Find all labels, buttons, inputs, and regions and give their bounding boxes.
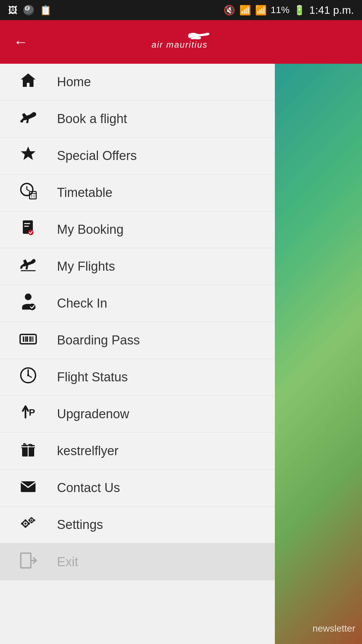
svg-point-17 bbox=[29, 304, 36, 310]
sidebar-item-timetable-label: Timetable bbox=[57, 185, 112, 200]
svg-rect-13 bbox=[24, 226, 29, 227]
special-offers-icon bbox=[16, 145, 40, 167]
wifi-icon: 📶 bbox=[239, 5, 251, 16]
logo-area: air mauritius bbox=[42, 30, 349, 54]
timetable-icon bbox=[16, 182, 40, 204]
sidebar-item-boarding-pass[interactable]: Boarding Pass bbox=[0, 322, 275, 359]
svg-point-16 bbox=[25, 293, 32, 300]
flight-status-icon bbox=[16, 367, 40, 388]
svg-line-4 bbox=[27, 190, 29, 191]
svg-text:P: P bbox=[29, 407, 35, 418]
sidebar-item-my-booking-label: My Booking bbox=[57, 222, 124, 237]
sidebar-item-home[interactable]: Home bbox=[0, 64, 275, 101]
sidebar-item-exit[interactable]: Exit bbox=[0, 543, 275, 580]
sidebar-item-book-flight-label: Book a flight bbox=[57, 112, 127, 126]
signal-icon: 📶 bbox=[255, 5, 267, 16]
svg-text:air mauritius: air mauritius bbox=[152, 40, 208, 50]
mute-icon: 🔇 bbox=[224, 5, 235, 16]
sidebar-item-contact-us[interactable]: Contact Us bbox=[0, 470, 275, 506]
svg-rect-5 bbox=[29, 192, 36, 199]
billiard-icon: 🎱 bbox=[23, 5, 35, 16]
svg-rect-41 bbox=[28, 523, 30, 525]
back-button[interactable]: ← bbox=[13, 34, 28, 50]
newsletter-label: newsletter bbox=[312, 623, 355, 634]
sidebar-item-special-offers-label: Special Offers bbox=[57, 149, 137, 163]
clipboard-icon: 📋 bbox=[40, 5, 52, 16]
svg-marker-1 bbox=[21, 147, 36, 160]
svg-rect-39 bbox=[24, 526, 26, 528]
status-bar-right: 🔇 📶 📶 11% 🔋 1:41 p.m. bbox=[224, 4, 354, 16]
svg-point-37 bbox=[24, 523, 26, 525]
status-bar: 🖼 🎱 📋 🔇 📶 📶 11% 🔋 1:41 p.m. bbox=[0, 0, 362, 20]
sidebar-item-my-booking[interactable]: My Booking bbox=[0, 211, 275, 248]
sidebar-item-settings[interactable]: Settings bbox=[0, 506, 275, 543]
sidebar-item-boarding-pass-label: Boarding Pass bbox=[57, 333, 140, 347]
svg-rect-48 bbox=[21, 553, 31, 568]
battery-level: 11% bbox=[271, 5, 290, 15]
svg-rect-38 bbox=[24, 520, 26, 521]
sidebar-item-kestrelflyer[interactable]: kestrelflyer bbox=[0, 433, 275, 470]
book-flight-icon bbox=[16, 108, 40, 130]
sidebar-item-timetable[interactable]: Timetable bbox=[0, 174, 275, 211]
air-mauritius-logo: air mauritius bbox=[148, 30, 242, 54]
svg-rect-46 bbox=[28, 519, 30, 521]
home-icon bbox=[16, 71, 40, 93]
sidebar-item-home-label: Home bbox=[57, 75, 91, 89]
sidebar-item-exit-label: Exit bbox=[57, 555, 78, 569]
svg-point-28 bbox=[27, 374, 29, 376]
sidebar-item-special-offers[interactable]: Special Offers bbox=[0, 138, 275, 174]
svg-rect-40 bbox=[21, 523, 23, 525]
sidebar-item-book-flight[interactable]: Book a flight bbox=[0, 101, 275, 138]
kestrelflyer-icon bbox=[16, 440, 40, 462]
sidebar-item-upgradenow[interactable]: P Upgradenow bbox=[0, 396, 275, 433]
app-header: ← air mauritius bbox=[0, 20, 362, 64]
sidebar-menu: Home Book a flight Special Offers bbox=[0, 64, 275, 644]
status-time: 1:41 p.m. bbox=[309, 4, 354, 16]
sidebar-item-my-flights[interactable]: My Flights bbox=[0, 248, 275, 285]
sidebar-item-kestrelflyer-label: kestrelflyer bbox=[57, 444, 119, 458]
sidebar-item-contact-us-label: Contact Us bbox=[57, 481, 120, 495]
exit-icon bbox=[16, 551, 40, 573]
my-booking-icon bbox=[16, 219, 40, 240]
svg-rect-47 bbox=[34, 519, 35, 521]
boarding-pass-icon bbox=[16, 330, 40, 351]
my-flights-icon bbox=[16, 256, 40, 277]
svg-rect-18 bbox=[20, 334, 36, 344]
sidebar-item-check-in[interactable]: Check In bbox=[0, 285, 275, 322]
svg-rect-45 bbox=[31, 522, 33, 523]
status-bar-left: 🖼 🎱 📋 bbox=[8, 5, 52, 16]
settings-icon bbox=[16, 514, 40, 536]
upgradenow-icon: P bbox=[16, 403, 40, 426]
image-icon: 🖼 bbox=[8, 5, 17, 16]
check-in-icon bbox=[16, 292, 40, 315]
svg-rect-12 bbox=[24, 223, 30, 224]
sidebar-item-check-in-label: Check In bbox=[57, 296, 107, 311]
sidebar-item-flight-status[interactable]: Flight Status bbox=[0, 359, 275, 396]
svg-rect-44 bbox=[31, 517, 33, 519]
sidebar-item-flight-status-label: Flight Status bbox=[57, 370, 128, 384]
battery-icon: 🔋 bbox=[294, 5, 305, 16]
contact-us-icon bbox=[16, 477, 40, 499]
sidebar-item-upgradenow-label: Upgradenow bbox=[57, 407, 129, 421]
sidebar-item-settings-label: Settings bbox=[57, 518, 103, 532]
svg-point-43 bbox=[31, 519, 33, 521]
sidebar-item-my-flights-label: My Flights bbox=[57, 259, 115, 274]
